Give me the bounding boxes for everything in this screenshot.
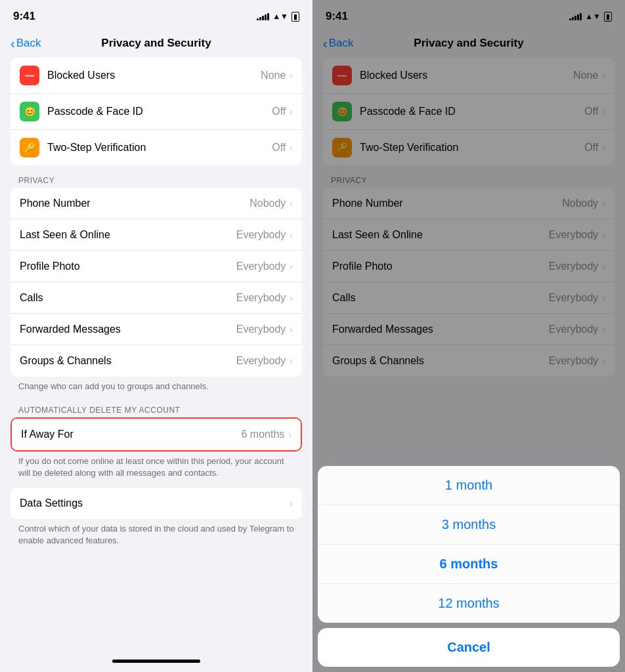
chevron-right-icon: ›: [290, 70, 293, 81]
calls-item[interactable]: Calls Everybody ›: [11, 282, 302, 314]
nav-bar-right: ‹ Back Privacy and Security: [312, 29, 625, 58]
two-step-label-r: Two-Step Verification: [360, 142, 584, 154]
last-seen-item[interactable]: Last Seen & Online Everybody ›: [11, 219, 302, 251]
cancel-button[interactable]: Cancel: [318, 628, 620, 667]
away-for-value: 6 months: [242, 429, 285, 440]
chevron-right-icon: ›: [290, 324, 293, 335]
chevron-right-icon: ›: [602, 261, 605, 272]
chevron-right-icon: ›: [290, 293, 293, 303]
chevron-right-icon: ›: [290, 356, 293, 366]
security-card-left: — Blocked Users None › 😊 Passcode & Face…: [11, 58, 302, 165]
option-12months[interactable]: 12 months: [318, 584, 620, 623]
away-for-note: If you do not come online at least once …: [11, 452, 302, 482]
data-settings-item[interactable]: Data Settings ›: [11, 488, 302, 519]
chevron-right-icon: ›: [288, 429, 291, 440]
away-for-item[interactable]: If Away For 6 months ›: [12, 419, 301, 450]
profile-photo-label-r: Profile Photo: [332, 261, 549, 272]
calls-item-r: Calls Everybody ›: [323, 282, 614, 314]
last-seen-label-r: Last Seen & Online: [332, 229, 549, 241]
chevron-right-icon: ›: [602, 142, 605, 153]
passcode-value-r: Off: [584, 106, 598, 117]
status-icons-right: ▲▼ ▮: [569, 12, 612, 22]
phone-number-label-r: Phone Number: [332, 198, 562, 209]
status-bar-right: 9:41 ▲▼ ▮: [312, 0, 625, 29]
chevron-right-icon: ›: [602, 324, 605, 335]
phone-number-item-r: Phone Number Nobody ›: [323, 188, 614, 219]
forwarded-messages-value-r: Everybody: [549, 324, 599, 335]
option-3months[interactable]: 3 months: [318, 505, 620, 545]
status-bar-left: 9:41 ▲▼ ▮: [0, 0, 312, 29]
passcode-icon: 😊: [20, 102, 39, 121]
calls-value-r: Everybody: [549, 292, 599, 304]
chevron-right-icon: ›: [602, 293, 605, 303]
last-seen-value: Everybody: [236, 229, 286, 241]
blocked-users-icon: —: [20, 66, 39, 85]
chevron-right-icon: ›: [602, 70, 605, 81]
option-3months-label: 3 months: [442, 517, 496, 532]
blocked-users-label: Blocked Users: [47, 70, 261, 81]
two-step-icon-r: 🔑: [332, 138, 352, 158]
blocked-users-item[interactable]: — Blocked Users None ›: [11, 58, 302, 94]
privacy-card-right: Phone Number Nobody › Last Seen & Online…: [323, 188, 614, 377]
chevron-right-icon: ›: [290, 230, 293, 240]
forwarded-messages-item[interactable]: Forwarded Messages Everybody ›: [11, 314, 302, 345]
option-6months[interactable]: 6 months: [318, 545, 620, 584]
phone-number-item[interactable]: Phone Number Nobody ›: [11, 188, 302, 219]
back-label-left: Back: [16, 37, 41, 50]
two-step-value-r: Off: [584, 142, 598, 154]
signal-icon-right: [569, 12, 582, 20]
action-sheet: 1 month 3 months 6 months 12 months: [318, 466, 620, 623]
page-title-right: Privacy and Security: [414, 37, 523, 50]
last-seen-item-r: Last Seen & Online Everybody ›: [323, 219, 614, 251]
chevron-left-icon: ‹: [11, 36, 15, 51]
passcode-item[interactable]: 😊 Passcode & Face ID Off ›: [11, 94, 302, 130]
wifi-icon: ▲▼: [272, 12, 288, 21]
calls-label-r: Calls: [332, 292, 549, 304]
content-left: — Blocked Users None › 😊 Passcode & Face…: [0, 58, 312, 650]
action-sheet-container: 1 month 3 months 6 months 12 months Canc…: [312, 466, 625, 672]
right-panel: 9:41 ▲▼ ▮ ‹ Back Privacy and Security: [312, 0, 625, 672]
battery-icon-right: ▮: [604, 12, 612, 22]
option-1month-label: 1 month: [445, 478, 492, 493]
away-for-label: If Away For: [21, 429, 242, 440]
chevron-right-icon: ›: [602, 106, 605, 117]
security-section-right: — Blocked Users None › 😊 Passcode & Face…: [323, 58, 614, 165]
chevron-right-icon: ›: [290, 142, 293, 153]
forwarded-messages-value: Everybody: [236, 324, 286, 335]
calls-value: Everybody: [236, 292, 286, 304]
passcode-icon-r: 😊: [332, 102, 352, 121]
last-seen-label: Last Seen & Online: [20, 229, 236, 241]
away-for-highlighted: If Away For 6 months ›: [11, 417, 302, 452]
forwarded-messages-label-r: Forwarded Messages: [332, 324, 549, 335]
passcode-label-r: Passcode & Face ID: [360, 106, 584, 117]
blocked-users-value-r: None: [573, 70, 598, 81]
phone-number-label: Phone Number: [20, 198, 249, 209]
option-12months-label: 12 months: [438, 596, 499, 611]
back-button-left[interactable]: ‹ Back: [11, 36, 41, 51]
option-1month[interactable]: 1 month: [318, 466, 620, 505]
groups-channels-item[interactable]: Groups & Channels Everybody ›: [11, 345, 302, 377]
profile-photo-value-r: Everybody: [549, 261, 599, 272]
security-section-left: — Blocked Users None › 😊 Passcode & Face…: [11, 58, 302, 165]
profile-photo-item[interactable]: Profile Photo Everybody ›: [11, 251, 302, 282]
chevron-left-icon: ‹: [323, 36, 328, 51]
battery-icon: ▮: [291, 12, 299, 22]
status-time-right: 9:41: [326, 10, 348, 23]
privacy-section-left: PRIVACY Phone Number Nobody › Last Seen …: [11, 171, 302, 395]
groups-channels-label-r: Groups & Channels: [332, 355, 549, 367]
passcode-value: Off: [272, 106, 286, 117]
back-button-right[interactable]: ‹ Back: [323, 36, 353, 51]
blocked-users-icon-r: —: [332, 66, 352, 85]
privacy-section-right: PRIVACY Phone Number Nobody › Last Seen …: [323, 171, 614, 377]
left-panel: 9:41 ▲▼ ▮ ‹ Back Privacy and Security: [0, 0, 312, 672]
wifi-icon-right: ▲▼: [585, 12, 601, 21]
blocked-users-label-r: Blocked Users: [360, 70, 573, 81]
two-step-label: Two-Step Verification: [47, 142, 272, 154]
passcode-item-r: 😊 Passcode & Face ID Off ›: [323, 94, 614, 130]
calls-label: Calls: [20, 292, 236, 304]
phone-number-value-r: Nobody: [562, 198, 598, 209]
chevron-right-icon: ›: [602, 230, 605, 240]
two-step-item[interactable]: 🔑 Two-Step Verification Off ›: [11, 130, 302, 165]
two-step-value: Off: [272, 142, 286, 154]
back-label-right: Back: [329, 37, 354, 50]
